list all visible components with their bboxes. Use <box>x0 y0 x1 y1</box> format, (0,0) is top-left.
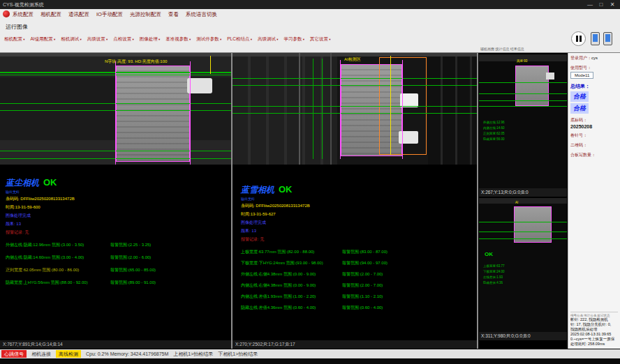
toolbar-spot-check[interactable]: 点检设置 <box>113 36 134 43</box>
model-value-box[interactable]: Mode11 <box>570 72 593 79</box>
overlay-line-vertical-green <box>322 59 323 159</box>
batch-code-value: 20250208 <box>570 124 618 129</box>
overlay-line-horizontal <box>232 85 477 86</box>
statistics-line: 帐针: 222, 找隐检测机 <box>570 317 618 322</box>
left-count: 颜果: 13 <box>6 221 228 227</box>
menu-item-view[interactable]: 查看 <box>168 11 179 18</box>
statistics-line: 处理耗时: 258.09ms <box>570 342 618 347</box>
measurement-value: 下极宽度:下HYG:24mm 范围:(93.00 - 98.00) <box>241 260 342 266</box>
overlay-line-horizontal <box>479 100 567 101</box>
menu-item-language[interactable]: 系统语言切换 <box>186 11 217 18</box>
measurement-value: 外侧左线:右侧4.38mm 范围:(0.00 - 9.00) <box>241 271 342 278</box>
header: 系统配置 相机配置 通讯配置 IO手动配置 光源控制配置 查看 系统语言切换 运… <box>0 9 620 52</box>
pause-button[interactable] <box>571 31 586 46</box>
middle-camera-view[interactable]: AI检测区 蓝雪相机 OK 输出无纤 条码码: DFFliiw202502081… <box>232 53 477 340</box>
menu-item-comm-config[interactable]: 通讯配置 <box>68 11 89 18</box>
menu-bar: 系统配置 相机配置 通讯配置 IO手动配置 光源控制配置 查看 系统语言切换 <box>13 11 217 18</box>
alarm-range: 報警范围:(2.25 - 3.25) <box>110 242 151 248</box>
middle-pixel-coordinates: X:270;Y:2502;R:17;G:17;B:17 <box>232 340 477 349</box>
minimize-button[interactable]: — <box>585 1 595 8</box>
camera2-device-button[interactable] <box>603 32 612 45</box>
thumb-column-header: 辅机画面 统计信息 结果信息 <box>480 47 524 51</box>
menu-item-camera-config[interactable]: 相机配置 <box>40 11 61 18</box>
toolbar-baseline-params[interactable]: 基准视参数 <box>165 36 191 43</box>
machine-edge <box>299 53 300 165</box>
overlay-line-vertical-pink <box>115 61 116 165</box>
total-result-label: 总结果： <box>570 83 618 90</box>
view-divider <box>477 53 478 349</box>
measurement-row: 隐藏左线:差值4.36mm 范围:(0.60 - 4.00)報警范围:(0.60… <box>241 305 474 311</box>
middle-alert: 报警记录: 无 <box>241 236 474 243</box>
info-panel: 登录用户：cys 使用型号： Mode11 总结果： 合格 合格 底标码： 20… <box>568 53 620 349</box>
overlay-line-horizontal <box>232 106 477 107</box>
left-pixel-coordinates: X:7677;Y:891;R:14;G:14;B:14 <box>0 340 231 349</box>
measurement-row: 外侧左线:右侧4.38mm 范围:(0.00 - 9.00)報警范围:(2.00… <box>241 271 474 278</box>
login-user-label: 登录用户： <box>570 56 591 60</box>
overlay-line-vertical-yellow <box>390 56 391 155</box>
heartbeat-badge[interactable]: 心跳信号 <box>1 350 27 358</box>
thumbnail-view-top[interactable]: 高度:93 外侧左线:12.96 内侧左线:14.60 正则宽度:62.05 隐… <box>479 54 567 188</box>
app-window: CYS-视觉检测系统 — □ ✕ 系统配置 相机配置 通讯配置 IO手动配置 光… <box>0 0 620 364</box>
middle-count: 颜果: 13 <box>241 228 474 234</box>
middle-result-block: 蓝雪相机 OK 输出无纤 条码码: DFFliiw202502081331347… <box>241 184 474 316</box>
alarm-range: 報警范围:(1.10 - 2.10) <box>342 294 383 300</box>
toolbar-advanced-settings[interactable]: 高级设置 <box>87 36 108 43</box>
thumbnail-view-bottom[interactable]: AI OK 上极宽度:63.77 下极宽度:24.00 左线差值:1.93 隐藏… <box>479 198 567 332</box>
left-camera-view[interactable]: N字块:高度: 93. HD:亮度向值:100 蓝尘相机 OK 输出无纤 条码码… <box>0 53 231 340</box>
thumb-measure-line: 外侧左线:12.96 <box>483 121 505 124</box>
menu-item-io-config[interactable]: IO手动配置 <box>96 11 123 18</box>
measurement-row: 正则宽度:62.05mm 范围:(80.00 - 86.00)報警范围:(65.… <box>6 267 228 273</box>
overlay-line-horizontal <box>479 82 567 83</box>
measurement-row: 内侧左线:差值1.93mm 范围:(1.00 - 2.20)報警范围:(1.10… <box>241 294 474 300</box>
close-button[interactable]: ✕ <box>607 1 617 8</box>
measurement-value: 上极宽度:63.77mm 范围:(82.00 - 88.00) <box>241 249 342 255</box>
toolbar-image-process[interactable]: 图像处理 <box>140 36 161 43</box>
menu-item-system-config[interactable]: 系统配置 <box>13 11 34 18</box>
statistics-line: 针: 17, 找隐分先机针: 0, <box>570 322 618 327</box>
connector-tab <box>187 78 212 93</box>
left-camera-scene: N字块:高度: 93. HD:亮度向值:100 <box>0 53 231 165</box>
overlay-line-vertical-green <box>313 59 313 159</box>
upper-camera-result: 上相机1>拍检结果 <box>173 351 213 358</box>
overlay-line-vertical-pink <box>340 60 341 159</box>
left-ok-flag: OK <box>43 177 57 188</box>
toolbar-plc-node[interactable]: PLC检结点 <box>227 36 252 43</box>
alarm-range: 報警范围:(89.00 - 91.00) <box>110 280 156 286</box>
alarm-range: 報警范围:(2.00 - 6.00) <box>110 255 151 261</box>
maximize-button[interactable]: □ <box>596 1 606 8</box>
inspected-part <box>514 206 552 243</box>
toolbar-camera-debug[interactable]: 相机调试 <box>61 36 82 43</box>
toolbar-learning-params[interactable]: 学习参数 <box>283 36 304 43</box>
thumb-measure-line: 下极宽度:24.00 <box>483 270 505 273</box>
overlay-line-horizontal <box>232 78 477 79</box>
measurement-value: 正则宽度:62.05mm 范围:(80.00 - 86.00) <box>6 267 110 273</box>
measurement-value: 隐藏左线:差值4.36mm 范围:(0.60 - 4.00) <box>241 305 342 311</box>
toolbar-camera-config[interactable]: 相机配置 <box>4 36 25 43</box>
toolbar-ai-config[interactable]: AI使用配置 <box>31 36 56 43</box>
toolbar-advanced-debug[interactable]: 高级调试 <box>258 36 279 43</box>
menu-item-light-config[interactable]: 光源控制配置 <box>130 11 161 18</box>
toolbar-test-params[interactable]: 测试停参数 <box>196 36 221 43</box>
offline-detect-badge[interactable]: 离线检测 <box>56 350 81 358</box>
inspected-part <box>116 66 190 162</box>
measurement-row: 内侧左线:右侧4.38mm 范围:(0.00 - 9.00)報警范围:(2.00… <box>241 282 474 289</box>
overlay-line-vertical-pink <box>190 61 191 165</box>
overlay-line-horizontal <box>479 222 567 222</box>
thumb-measure-line: 隐藏差值:4.36 <box>483 281 503 285</box>
window-title: CYS-视觉检测系统 <box>3 1 585 8</box>
measurement-row: 下极宽度:下HYG:24mm 范围:(93.00 - 98.00)報警范围:(9… <box>241 260 474 266</box>
overlay-line-horizontal <box>479 238 567 239</box>
toolbar-other-settings[interactable]: 其它设置 <box>310 36 331 43</box>
statistics-block: 编号分选 统计分选 标记状态 帐针: 222, 找隐检测机 针: 17, 找隐分… <box>570 312 618 347</box>
middle-overlay-text: AI检测区 <box>344 56 361 63</box>
model-label: 使用型号： <box>570 65 618 71</box>
camera1-device-button[interactable] <box>591 32 600 45</box>
status-bar: 心跳信号 相机连接 离线检测 Cpu: 0.2% Memory: 3424.41… <box>0 349 620 358</box>
left-process-status: 图像处理完成 <box>6 213 228 219</box>
roll-number-label: 卷针号： <box>570 132 618 139</box>
tab-run-image[interactable]: 运行图像 <box>6 23 28 31</box>
board-count-label: 合板写数量： <box>570 152 618 158</box>
measurement-value: 隐藏宽度:上HYG:56mm 范围:(88.00 - 92.00) <box>6 280 110 286</box>
overlay-line-horizontal <box>479 232 567 232</box>
left-barcode: 条码码: DFFliiw2025020813313472B <box>6 196 228 202</box>
